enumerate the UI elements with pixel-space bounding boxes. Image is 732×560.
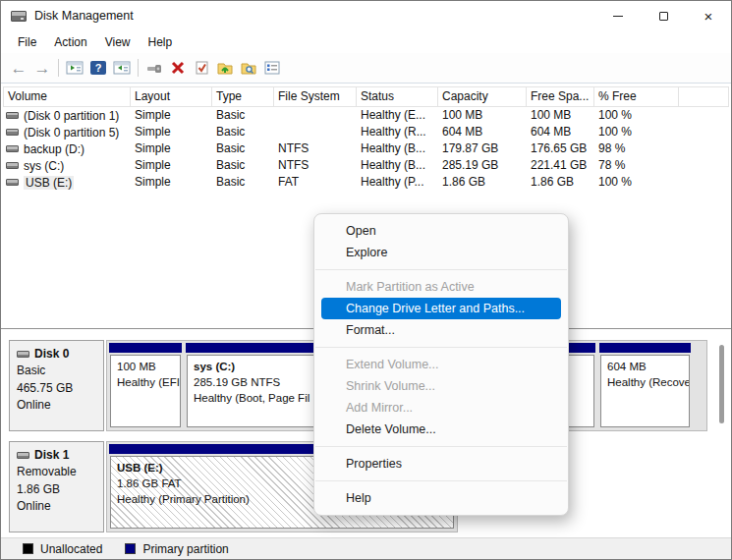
properties-button[interactable] <box>260 56 284 80</box>
free-space-value: 604 MB <box>527 124 594 140</box>
window-title: Disk Management <box>34 9 134 23</box>
disk0-info-panel[interactable]: Disk 0 Basic 465.75 GB Online <box>9 340 104 431</box>
menu-action[interactable]: Action <box>45 32 95 52</box>
layout-value: Simple <box>131 157 212 174</box>
menu-item-mark-partition-active: Mark Partition as Active <box>314 276 568 298</box>
pct-free-value: 100 % <box>594 124 679 140</box>
help-button[interactable]: ? <box>86 56 110 80</box>
menu-item-open[interactable]: Open <box>314 220 568 242</box>
file-system-value: NTFS <box>274 157 357 174</box>
column-capacity[interactable]: Capacity <box>438 86 527 107</box>
partition-efi[interactable]: 100 MB Healthy (EFI <box>108 342 183 429</box>
close-button[interactable]: × <box>686 1 731 30</box>
primary-partition-legend-label: Primary partition <box>142 542 228 556</box>
table-header: Volume Layout Type File System Status Ca… <box>3 86 729 107</box>
capacity-value: 1.86 GB <box>438 174 527 191</box>
partition-status: Healthy (EFI <box>117 374 174 390</box>
pct-free-value: 98 % <box>594 140 679 157</box>
capacity-value: 604 MB <box>438 124 527 140</box>
title-bar: Disk Management × <box>1 1 731 30</box>
show-console-tree-button[interactable] <box>63 56 86 80</box>
free-space-value: 100 MB <box>527 107 594 124</box>
menu-item-extend-volume: Extend Volume... <box>314 354 568 375</box>
disk-size: 465.75 GB <box>17 380 96 397</box>
menu-item-help[interactable]: Help <box>314 487 568 509</box>
close-icon: × <box>704 9 713 24</box>
file-system-value: NTFS <box>274 140 357 157</box>
disk-icon <box>17 452 29 459</box>
volume-name: sys (C:) <box>24 159 64 173</box>
folder-up-icon <box>216 60 234 76</box>
table-row-selected[interactable]: USB (E:) Simple Basic FAT Healthy (P... … <box>3 174 729 191</box>
back-button[interactable]: ← <box>7 56 30 80</box>
file-system-value: FAT <box>274 174 357 191</box>
folder-search-icon <box>240 60 257 76</box>
show-action-pane-button[interactable] <box>110 56 134 80</box>
delete-icon <box>170 60 186 76</box>
volume-icon <box>6 129 19 136</box>
unallocated-legend-label: Unallocated <box>40 542 102 556</box>
menu-bar: File Action View Help <box>1 30 731 53</box>
menu-item-delete-volume[interactable]: Delete Volume... <box>314 419 568 440</box>
tool-icon <box>145 60 163 76</box>
toolbar: ← → ? <box>1 53 731 84</box>
menu-item-explore[interactable]: Explore <box>314 242 568 263</box>
volume-icon <box>6 162 19 169</box>
properties-icon <box>263 60 281 76</box>
minimize-button[interactable] <box>595 1 641 30</box>
column-file-system[interactable]: File System <box>274 86 357 107</box>
partition-size: 100 MB <box>117 359 174 374</box>
menu-item-format[interactable]: Format... <box>314 319 568 341</box>
column-type[interactable]: Type <box>212 86 274 107</box>
column-volume[interactable]: Volume <box>3 86 131 107</box>
table-row[interactable]: (Disk 0 partition 5) Simple Basic Health… <box>3 124 729 140</box>
menu-item-add-mirror: Add Mirror... <box>314 397 568 419</box>
table-row[interactable]: sys (C:) Simple Basic NTFS Healthy (B...… <box>3 157 729 174</box>
partition-color-bar <box>599 343 691 353</box>
menu-help[interactable]: Help <box>140 32 182 52</box>
disk-type: Basic <box>17 363 96 379</box>
back-icon: ← <box>11 60 28 77</box>
explore-button[interactable] <box>237 56 260 80</box>
column-free-space[interactable]: Free Spa... <box>527 86 594 107</box>
disk1-info-panel[interactable]: Disk 1 Removable 1.86 GB Online <box>9 441 104 532</box>
layout-value: Simple <box>131 174 212 191</box>
mark-active-button[interactable] <box>190 56 213 80</box>
column-pct-free[interactable]: % Free <box>594 86 679 107</box>
menu-view[interactable]: View <box>96 32 140 52</box>
disk-size: 1.86 GB <box>17 481 96 498</box>
column-layout[interactable]: Layout <box>131 86 212 107</box>
delete-volume-button[interactable] <box>166 56 190 80</box>
maximize-button[interactable] <box>641 1 686 30</box>
menu-file[interactable]: File <box>9 32 45 52</box>
menu-item-change-drive-letter[interactable]: Change Drive Letter and Paths... <box>321 298 561 319</box>
tool-button[interactable] <box>142 56 166 80</box>
disk-management-window: Disk Management × File Action View Help … <box>0 0 732 560</box>
type-value: Basic <box>212 174 274 191</box>
volume-icon <box>6 145 19 152</box>
partition-recovery[interactable]: 604 MB Healthy (Recovery <box>598 342 692 429</box>
partition-status: Healthy (Recovery <box>607 374 683 390</box>
partition-size: 604 MB <box>607 359 683 374</box>
pct-free-value: 100 % <box>594 174 679 191</box>
layout-value: Simple <box>131 107 212 124</box>
status-value: Healthy (E... <box>357 107 438 124</box>
menu-separator <box>315 480 567 481</box>
check-document-icon <box>194 60 210 76</box>
layout-value: Simple <box>131 124 212 140</box>
status-bar: Unallocated Primary partition <box>1 537 731 559</box>
table-row[interactable]: backup (D:) Simple Basic NTFS Healthy (B… <box>3 140 729 157</box>
menu-item-properties[interactable]: Properties <box>314 453 568 475</box>
forward-button[interactable]: → <box>30 56 54 80</box>
minimize-icon <box>613 16 623 17</box>
disk-management-app-icon <box>11 11 27 22</box>
column-status[interactable]: Status <box>357 86 438 107</box>
table-row[interactable]: (Disk 0 partition 1) Simple Basic Health… <box>3 107 729 124</box>
capacity-value: 100 MB <box>438 107 527 124</box>
open-button[interactable] <box>213 56 237 80</box>
vertical-scrollbar[interactable] <box>719 345 724 423</box>
status-value: Healthy (R... <box>357 124 438 140</box>
volume-icon <box>6 112 19 119</box>
help-icon: ? <box>90 61 106 75</box>
file-system-value <box>274 107 357 124</box>
